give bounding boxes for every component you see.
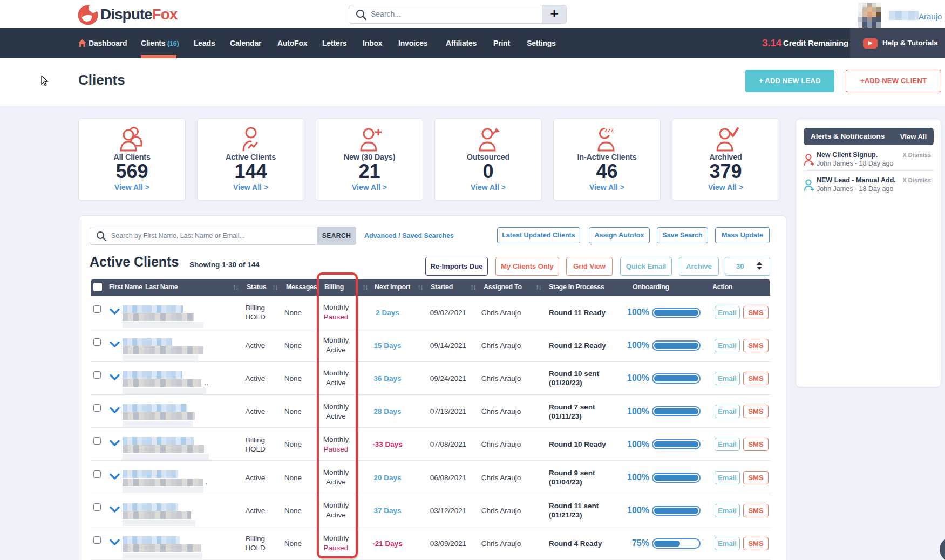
svg-text:zzz: zzz <box>604 127 614 133</box>
